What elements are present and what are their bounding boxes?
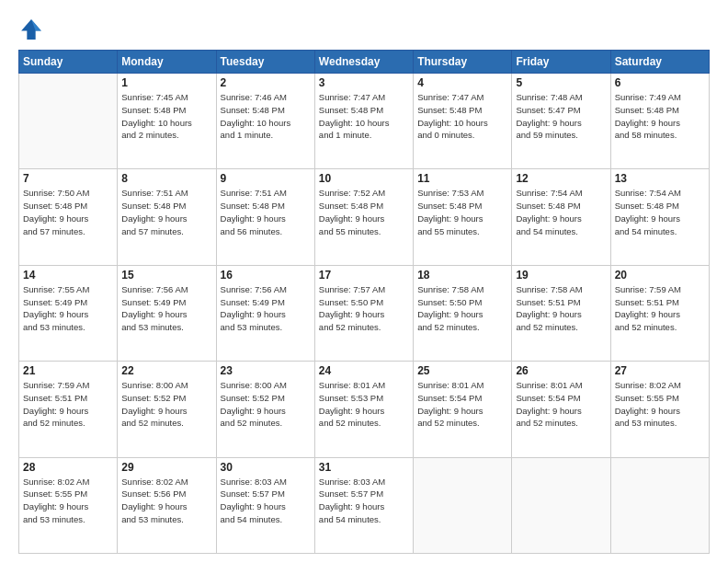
day-number: 31	[319, 461, 409, 474]
day-number: 8	[121, 172, 211, 185]
calendar-week-row: 7Sunrise: 7:50 AMSunset: 5:48 PMDaylight…	[19, 169, 710, 265]
day-info: Sunrise: 8:03 AMSunset: 5:57 PMDaylight:…	[221, 476, 311, 526]
day-info: Sunrise: 7:55 AMSunset: 5:49 PMDaylight:…	[23, 283, 113, 334]
day-info: Sunrise: 7:49 AMSunset: 5:48 PMDaylight:…	[615, 91, 705, 142]
calendar-cell: 5Sunrise: 7:48 AMSunset: 5:47 PMDaylight…	[512, 74, 610, 169]
day-info: Sunrise: 7:47 AMSunset: 5:48 PMDaylight:…	[417, 91, 507, 142]
calendar-cell: 9Sunrise: 7:51 AMSunset: 5:48 PMDaylight…	[216, 169, 314, 265]
day-number: 29	[121, 461, 211, 474]
day-info: Sunrise: 8:02 AMSunset: 5:55 PMDaylight:…	[615, 379, 705, 430]
day-info: Sunrise: 8:02 AMSunset: 5:56 PMDaylight:…	[121, 476, 211, 526]
calendar-cell: 27Sunrise: 8:02 AMSunset: 5:55 PMDayligh…	[610, 362, 709, 457]
calendar-cell: 3Sunrise: 7:47 AMSunset: 5:48 PMDaylight…	[314, 74, 413, 169]
day-number: 3	[319, 76, 409, 89]
day-info: Sunrise: 7:58 AMSunset: 5:50 PMDaylight:…	[417, 283, 507, 334]
day-number: 2	[221, 76, 311, 89]
day-number: 10	[319, 172, 409, 185]
calendar-week-row: 14Sunrise: 7:55 AMSunset: 5:49 PMDayligh…	[19, 265, 710, 361]
day-number: 6	[615, 76, 705, 89]
calendar-header-monday: Monday	[118, 51, 216, 74]
day-info: Sunrise: 7:57 AMSunset: 5:50 PMDaylight:…	[319, 283, 409, 334]
day-info: Sunrise: 8:00 AMSunset: 5:52 PMDaylight:…	[221, 379, 311, 430]
day-number: 28	[23, 461, 113, 474]
day-info: Sunrise: 8:01 AMSunset: 5:53 PMDaylight:…	[319, 379, 409, 430]
calendar-cell: 13Sunrise: 7:54 AMSunset: 5:48 PMDayligh…	[610, 169, 709, 265]
calendar-table: SundayMondayTuesdayWednesdayThursdayFrid…	[18, 50, 710, 554]
day-number: 26	[516, 364, 606, 377]
calendar-cell: 26Sunrise: 8:01 AMSunset: 5:54 PMDayligh…	[512, 362, 610, 457]
day-number: 11	[417, 172, 507, 185]
day-info: Sunrise: 7:48 AMSunset: 5:47 PMDaylight:…	[516, 91, 606, 142]
day-number: 19	[516, 269, 606, 282]
day-info: Sunrise: 7:54 AMSunset: 5:48 PMDaylight:…	[516, 187, 606, 237]
day-info: Sunrise: 7:59 AMSunset: 5:51 PMDaylight:…	[615, 283, 705, 334]
calendar-week-row: 28Sunrise: 8:02 AMSunset: 5:55 PMDayligh…	[19, 457, 710, 553]
day-info: Sunrise: 7:53 AMSunset: 5:48 PMDaylight:…	[417, 187, 507, 237]
day-info: Sunrise: 7:56 AMSunset: 5:49 PMDaylight:…	[121, 283, 211, 334]
day-info: Sunrise: 7:58 AMSunset: 5:51 PMDaylight:…	[516, 283, 606, 334]
calendar-cell: 16Sunrise: 7:56 AMSunset: 5:49 PMDayligh…	[216, 265, 314, 361]
day-number: 22	[121, 364, 211, 377]
calendar-header-saturday: Saturday	[610, 51, 709, 74]
calendar-cell: 4Sunrise: 7:47 AMSunset: 5:48 PMDaylight…	[414, 74, 512, 169]
calendar-cell: 21Sunrise: 7:59 AMSunset: 5:51 PMDayligh…	[19, 362, 118, 457]
day-number: 27	[615, 364, 705, 377]
day-number: 20	[615, 269, 705, 282]
day-number: 16	[221, 269, 311, 282]
day-info: Sunrise: 8:02 AMSunset: 5:55 PMDaylight:…	[23, 476, 113, 526]
page: SundayMondayTuesdayWednesdayThursdayFrid…	[0, 0, 728, 563]
day-number: 12	[516, 172, 606, 185]
calendar-cell: 31Sunrise: 8:03 AMSunset: 5:57 PMDayligh…	[314, 457, 413, 553]
day-number: 15	[121, 269, 211, 282]
day-info: Sunrise: 7:59 AMSunset: 5:51 PMDaylight:…	[23, 379, 113, 430]
day-info: Sunrise: 7:46 AMSunset: 5:48 PMDaylight:…	[221, 91, 311, 142]
calendar-header-tuesday: Tuesday	[216, 51, 314, 74]
calendar-header-row: SundayMondayTuesdayWednesdayThursdayFrid…	[19, 51, 710, 74]
day-number: 5	[516, 76, 606, 89]
calendar-cell: 6Sunrise: 7:49 AMSunset: 5:48 PMDaylight…	[610, 74, 709, 169]
calendar-header-sunday: Sunday	[19, 51, 118, 74]
day-info: Sunrise: 8:03 AMSunset: 5:57 PMDaylight:…	[319, 476, 409, 526]
calendar-cell: 18Sunrise: 7:58 AMSunset: 5:50 PMDayligh…	[414, 265, 512, 361]
calendar-cell	[512, 457, 610, 553]
header	[18, 17, 710, 42]
calendar-cell	[414, 457, 512, 553]
day-info: Sunrise: 7:52 AMSunset: 5:48 PMDaylight:…	[319, 187, 409, 237]
day-info: Sunrise: 7:47 AMSunset: 5:48 PMDaylight:…	[319, 91, 409, 142]
calendar-cell	[610, 457, 709, 553]
day-info: Sunrise: 7:51 AMSunset: 5:48 PMDaylight:…	[221, 187, 311, 237]
calendar-cell: 1Sunrise: 7:45 AMSunset: 5:48 PMDaylight…	[118, 74, 216, 169]
day-number: 4	[417, 76, 507, 89]
day-number: 13	[615, 172, 705, 185]
day-info: Sunrise: 7:45 AMSunset: 5:48 PMDaylight:…	[121, 91, 211, 142]
calendar-cell: 19Sunrise: 7:58 AMSunset: 5:51 PMDayligh…	[512, 265, 610, 361]
calendar-cell: 8Sunrise: 7:51 AMSunset: 5:48 PMDaylight…	[118, 169, 216, 265]
calendar-cell: 25Sunrise: 8:01 AMSunset: 5:54 PMDayligh…	[414, 362, 512, 457]
logo-icon	[18, 17, 44, 42]
calendar-cell: 30Sunrise: 8:03 AMSunset: 5:57 PMDayligh…	[216, 457, 314, 553]
day-info: Sunrise: 8:00 AMSunset: 5:52 PMDaylight:…	[121, 379, 211, 430]
day-number: 30	[221, 461, 311, 474]
day-number: 24	[319, 364, 409, 377]
calendar-cell: 23Sunrise: 8:00 AMSunset: 5:52 PMDayligh…	[216, 362, 314, 457]
calendar-week-row: 21Sunrise: 7:59 AMSunset: 5:51 PMDayligh…	[19, 362, 710, 457]
day-number: 14	[23, 269, 113, 282]
calendar-header-wednesday: Wednesday	[314, 51, 413, 74]
calendar-cell: 15Sunrise: 7:56 AMSunset: 5:49 PMDayligh…	[118, 265, 216, 361]
calendar-cell: 11Sunrise: 7:53 AMSunset: 5:48 PMDayligh…	[414, 169, 512, 265]
calendar-cell: 28Sunrise: 8:02 AMSunset: 5:55 PMDayligh…	[19, 457, 118, 553]
day-info: Sunrise: 7:54 AMSunset: 5:48 PMDaylight:…	[615, 187, 705, 237]
day-number: 23	[221, 364, 311, 377]
logo	[18, 17, 48, 42]
day-info: Sunrise: 7:51 AMSunset: 5:48 PMDaylight:…	[121, 187, 211, 237]
calendar-cell: 20Sunrise: 7:59 AMSunset: 5:51 PMDayligh…	[610, 265, 709, 361]
day-number: 21	[23, 364, 113, 377]
day-info: Sunrise: 8:01 AMSunset: 5:54 PMDaylight:…	[417, 379, 507, 430]
day-number: 1	[121, 76, 211, 89]
calendar-cell: 24Sunrise: 8:01 AMSunset: 5:53 PMDayligh…	[314, 362, 413, 457]
day-number: 7	[23, 172, 113, 185]
day-number: 9	[221, 172, 311, 185]
day-number: 18	[417, 269, 507, 282]
calendar-header-friday: Friday	[512, 51, 610, 74]
calendar-cell: 22Sunrise: 8:00 AMSunset: 5:52 PMDayligh…	[118, 362, 216, 457]
